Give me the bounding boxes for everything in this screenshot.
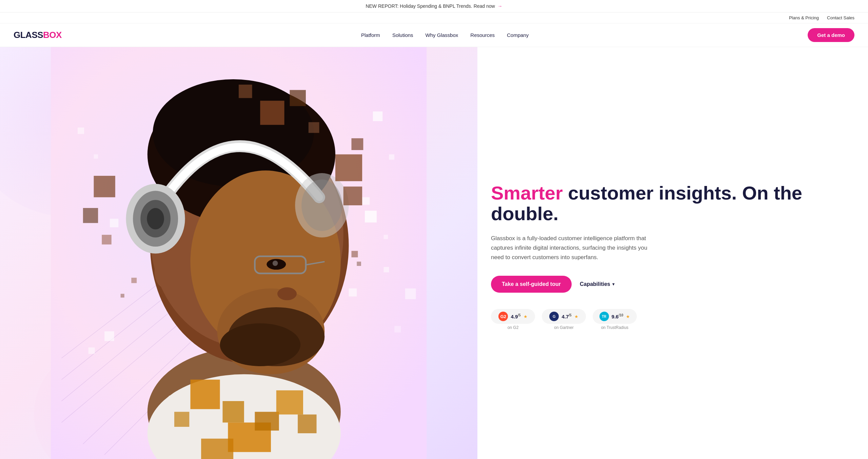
hero-illustration [0, 47, 477, 459]
gartner-star-icon: ★ [574, 314, 578, 319]
rating-g2: G2 4.9/5 ★ on G2 [491, 309, 535, 330]
announcement-banner[interactable]: NEW REPORT: Holiday Spending & BNPL Tren… [0, 0, 868, 13]
svg-rect-52 [83, 208, 98, 223]
gartner-badge: G 4.7/5 ★ [542, 309, 586, 324]
trustradius-badge: TR 9.6/10 ★ [593, 309, 637, 324]
svg-rect-64 [349, 289, 357, 297]
svg-rect-9 [389, 154, 394, 160]
tour-button[interactable]: Take a self-guided tour [491, 276, 572, 293]
svg-rect-57 [298, 415, 316, 433]
capabilities-label: Capabilities [580, 281, 610, 287]
hero-section: Smarter customer insights. On the double… [0, 47, 868, 459]
svg-rect-51 [94, 176, 115, 197]
svg-rect-14 [110, 219, 118, 227]
svg-rect-54 [191, 380, 220, 409]
svg-rect-55 [223, 401, 244, 422]
gartner-score: 4.7/5 [561, 313, 571, 319]
g2-score: 4.9/5 [511, 313, 520, 319]
nav-company[interactable]: Company [507, 32, 529, 38]
svg-rect-61 [131, 278, 137, 283]
hero-cta-group: Take a self-guided tour Capabilities ▾ [491, 276, 848, 293]
svg-rect-53 [102, 235, 112, 245]
svg-rect-65 [384, 267, 389, 272]
svg-rect-23 [255, 412, 279, 431]
main-nav: GLASSBOX Platform Solutions Why Glassbox… [0, 23, 868, 47]
svg-rect-12 [78, 128, 84, 134]
nav-solutions[interactable]: Solutions [392, 32, 413, 38]
nav-resources[interactable]: Resources [470, 32, 495, 38]
svg-rect-11 [384, 235, 388, 239]
nav-links: Platform Solutions Why Glassbox Resource… [82, 32, 808, 38]
get-demo-button[interactable]: Get a demo [808, 28, 854, 42]
rating-trustradius: TR 9.6/10 ★ on TrustRadius [593, 309, 637, 330]
svg-rect-44 [260, 101, 284, 125]
capabilities-button[interactable]: Capabilities ▾ [580, 281, 614, 287]
svg-rect-62 [121, 294, 124, 297]
hero-subtitle: Glassbox is a fully-loaded customer inte… [491, 234, 654, 262]
svg-rect-15 [405, 289, 416, 299]
g2-logo: G2 [498, 312, 508, 321]
svg-rect-45 [290, 90, 306, 106]
g2-label: on G2 [508, 325, 519, 330]
nav-platform[interactable]: Platform [361, 32, 380, 38]
svg-point-41 [147, 208, 164, 229]
chevron-down-icon: ▾ [612, 282, 614, 287]
hero-image [0, 47, 477, 459]
svg-rect-50 [352, 138, 363, 150]
svg-rect-63 [365, 211, 377, 223]
svg-rect-56 [276, 390, 303, 414]
svg-point-32 [220, 323, 301, 366]
plans-pricing-link[interactable]: Plans & Pricing [789, 15, 819, 20]
banner-text: NEW REPORT: Holiday Spending & BNPL Tren… [366, 3, 495, 9]
secondary-nav: Plans & Pricing Contact Sales [0, 13, 868, 23]
svg-rect-49 [343, 187, 362, 205]
hero-title: Smarter customer insights. On the double… [491, 183, 848, 224]
svg-rect-8 [373, 111, 383, 121]
rating-gartner: G 4.7/5 ★ on Gartner [542, 309, 586, 330]
svg-rect-10 [362, 197, 370, 205]
svg-point-37 [273, 260, 278, 266]
svg-rect-22 [201, 439, 233, 459]
svg-rect-66 [104, 331, 114, 341]
svg-point-33 [277, 287, 297, 300]
trustradius-label: on TrustRadius [601, 325, 629, 330]
svg-rect-16 [394, 326, 401, 332]
svg-rect-47 [309, 122, 319, 133]
logo[interactable]: GLASSBOX [14, 30, 62, 40]
svg-rect-48 [335, 154, 362, 181]
ratings-group: G2 4.9/5 ★ on G2 G 4.7/5 ★ on Gartner [491, 309, 848, 330]
nav-why-glassbox[interactable]: Why Glassbox [426, 32, 458, 38]
svg-point-43 [301, 180, 342, 231]
g2-star-icon: ★ [524, 314, 528, 319]
trustradius-score: 9.6/10 [612, 313, 624, 319]
gartner-label: on Gartner [554, 325, 573, 330]
svg-rect-13 [94, 154, 98, 159]
g2-badge: G2 4.9/5 ★ [491, 309, 535, 324]
svg-rect-58 [174, 412, 189, 427]
svg-rect-46 [239, 85, 252, 98]
banner-arrow: → [498, 3, 502, 9]
hero-title-accent: Smarter [491, 182, 563, 204]
svg-point-29 [154, 256, 178, 289]
svg-rect-59 [352, 251, 358, 257]
svg-rect-67 [88, 348, 95, 354]
trustradius-logo: TR [599, 312, 609, 321]
gartner-logo: G [549, 312, 559, 321]
hero-content: Smarter customer insights. On the double… [477, 47, 868, 459]
trustradius-star-icon: ★ [626, 314, 630, 319]
contact-sales-link[interactable]: Contact Sales [827, 15, 854, 20]
svg-rect-60 [357, 262, 361, 266]
